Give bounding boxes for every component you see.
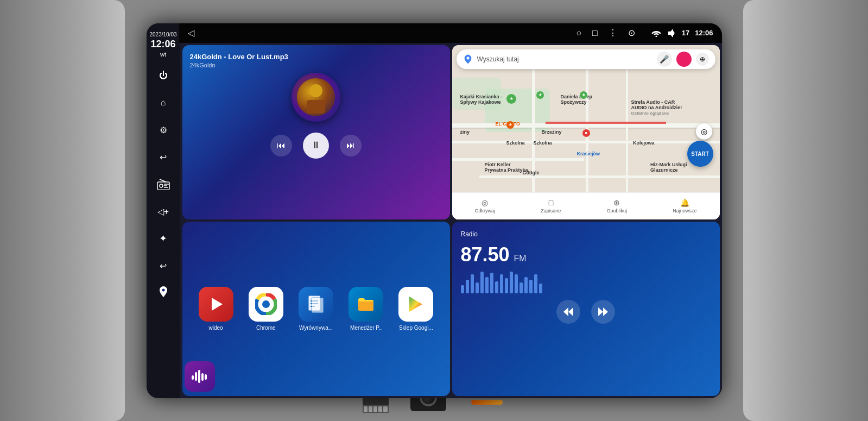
wave-bar-10 [510, 272, 513, 293]
wave-bar-8 [500, 274, 503, 293]
opublikuj-icon: ⊕ [613, 198, 620, 207]
wave-bar-15 [534, 274, 537, 293]
maps-search-bar[interactable]: Wyszukaj tutaj 🎤 ⊕ [457, 49, 715, 69]
radio-prev-btn[interactable] [556, 300, 580, 324]
wave-bar-11 [515, 274, 518, 293]
map-pin-main: ★ [506, 94, 516, 104]
music-controls: ⏮ ⏸ ⏭ [190, 133, 442, 159]
svg-point-7 [655, 35, 657, 37]
maps-tab-najnowsze[interactable]: 🔔 Najnowsze [673, 198, 696, 213]
volume-level: 17 [682, 29, 689, 37]
maps-bottom-bar: ◎ Odkrywaj □ Zapisane ⊕ Opublikuj 🔔 Najn… [452, 192, 720, 219]
radio-wave [461, 272, 711, 293]
wave-bar-3 [476, 282, 479, 293]
map-label-szkolna2: Szkolna [534, 140, 552, 146]
wave-bar-4 [480, 272, 484, 293]
maps-tab-odkrywaj[interactable]: ◎ Odkrywaj [475, 198, 496, 213]
svg-marker-11 [212, 298, 223, 311]
nav-home-btn[interactable]: ○ [576, 28, 581, 38]
apps-widget: wideo [182, 222, 450, 396]
app-wyrownywa[interactable]: Wyrównywa... [299, 287, 333, 331]
maps-compass-btn[interactable]: ⊕ [696, 53, 709, 66]
maps-record-btn[interactable] [676, 52, 692, 67]
app-sklep[interactable]: Sklep Googl... [398, 287, 433, 331]
radio-frequency: 87.50 [461, 243, 510, 266]
svg-rect-9 [307, 100, 325, 114]
wave-bar-12 [519, 282, 523, 293]
app-video[interactable]: wideo [199, 287, 233, 331]
app-chrome[interactable]: Chrome [249, 287, 283, 331]
sidebar-back2[interactable]: ↩ [151, 254, 175, 278]
sd-pins [363, 405, 389, 413]
map-label-hiz: Hiz-Mark UsługiGlazurnicze [650, 162, 687, 173]
map-label-ziny: żiny [460, 129, 470, 135]
radio-band: FM [514, 254, 527, 263]
sidebar-radio[interactable] [151, 172, 175, 196]
svg-marker-23 [563, 307, 568, 316]
svg-point-8 [309, 84, 322, 97]
music-play-btn[interactable]: ⏸ [303, 133, 329, 159]
music-wave-icon [191, 369, 208, 384]
sidebar-location[interactable] [151, 281, 175, 305]
volume-icon [667, 29, 676, 37]
wave-bar-5 [485, 277, 489, 293]
sidebar-bluetooth[interactable]: ✦ [151, 227, 175, 250]
sd-pin-4 [378, 406, 382, 412]
album-art-inner [297, 78, 335, 116]
wave-bar-6 [490, 273, 493, 293]
wave-bar-16 [539, 284, 542, 293]
sidebar-home[interactable]: ⌂ [151, 91, 175, 115]
svg-marker-25 [598, 307, 603, 316]
svg-rect-30 [201, 373, 204, 381]
sidebar-volume[interactable]: ◁+ [151, 199, 175, 223]
map-pin-green2: ★ [580, 91, 587, 99]
chrome-logo [255, 293, 277, 315]
sidebar-settings[interactable]: ⚙ [151, 118, 175, 142]
music-next-btn[interactable]: ⏭ [340, 135, 362, 156]
wave-bar-13 [524, 277, 528, 293]
svg-marker-26 [603, 307, 608, 316]
map-label-2: Daniela SklepSpożywczy [561, 94, 593, 105]
map-label-kolejowa: Kolejowa [633, 140, 655, 146]
map-label-strefa: Strefa Audio - CARAUDIO na Androidzie!Os… [631, 99, 682, 116]
sd-pin-5 [383, 406, 387, 412]
music-prev-btn[interactable]: ⏮ [270, 135, 292, 156]
wave-bar-7 [495, 281, 498, 293]
radio-next-btn[interactable] [591, 300, 615, 324]
map-label-brzeziny: Brzeżiny [542, 129, 562, 135]
map-location-btn[interactable]: ◎ [696, 123, 712, 140]
maps-start-btn[interactable]: START [687, 141, 713, 167]
play-triangle [207, 296, 225, 313]
nav-maps-btn[interactable]: ⊙ [628, 28, 635, 38]
maps-tab-zapisane[interactable]: □ Zapisane [541, 198, 561, 213]
music-title: 24kGoldn - Love Or Lust.mp3 [190, 53, 442, 61]
sd-pin-1 [364, 406, 368, 412]
maps-mic-btn[interactable]: 🎤 [657, 52, 672, 67]
map-pin-green1: ★ [536, 91, 544, 99]
sd-pin-3 [373, 406, 377, 412]
maps-tab-opublikuj[interactable]: ⊕ Opublikuj [607, 198, 628, 213]
sklep-icon [398, 287, 433, 322]
nav-back-btn[interactable]: ◁ [188, 28, 194, 38]
sidebar-back[interactable]: ↩ [151, 145, 175, 169]
video-app-label: wideo [209, 325, 223, 331]
car-right-panel [743, 0, 868, 421]
svg-rect-27 [192, 375, 194, 380]
artist-portrait [302, 81, 330, 114]
main-content: 24kGoldn - Love Or Lust.mp3 24kGoldn ⏮ ⏸… [180, 43, 722, 398]
nav-recents-btn[interactable]: □ [592, 28, 598, 38]
radio-freq-row: 87.50 FM [461, 243, 711, 266]
album-art [292, 73, 340, 122]
nav-menu-btn[interactable]: ⋮ [609, 28, 617, 38]
sidebar-power[interactable]: ⏻ [151, 64, 175, 87]
play-store-icon [406, 294, 426, 314]
sklep-app-label: Sklep Googl... [399, 325, 433, 331]
music-icon-box[interactable] [185, 361, 215, 392]
najnowsze-icon: 🔔 [680, 198, 689, 207]
radio-title: Radio [461, 230, 711, 238]
app-menedzer[interactable]: Menedżer P.. [349, 287, 383, 331]
wave-bar-9 [505, 278, 508, 293]
screen-bezel: 2023/10/03 12:06 wt ⏻ ⌂ ⚙ ↩ ◁+ ✦ [147, 23, 722, 398]
radio-widget: Radio 87.50 FM [452, 222, 720, 396]
svg-marker-22 [409, 297, 422, 312]
